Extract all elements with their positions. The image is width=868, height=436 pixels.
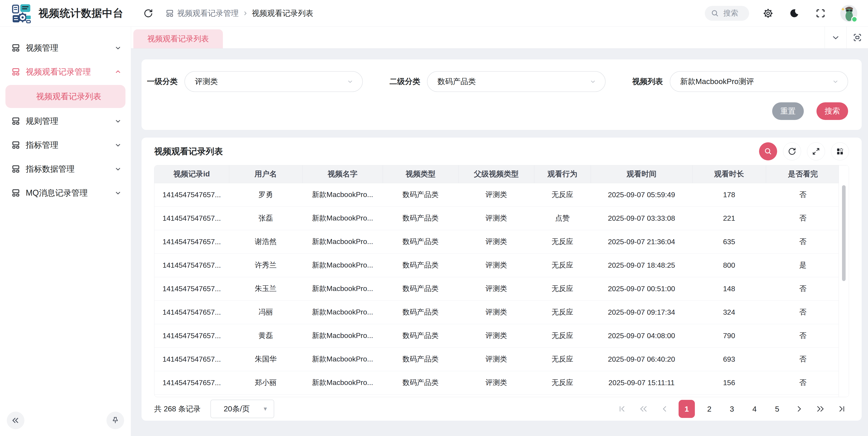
chevron-down-icon: [115, 118, 121, 125]
apps-icon: [11, 67, 20, 76]
table-title: 视频观看记录列表: [154, 146, 223, 157]
column-header-7: 观看时长: [692, 165, 766, 183]
next-page-button[interactable]: [792, 400, 807, 418]
apps-icon: [11, 189, 20, 197]
table-scrollbar-thumb[interactable]: [842, 185, 846, 281]
page-button-5[interactable]: 5: [769, 400, 785, 418]
breadcrumb-section[interactable]: 视频观看记录管理: [165, 8, 239, 19]
sidebar-item-4[interactable]: 指标数据管理: [4, 158, 127, 180]
cell-5-3: 数码产品类: [383, 300, 458, 324]
table-scrollbar-track: [839, 165, 849, 397]
table-header-row: 视频记录id用户名视频名字视频类型父级视频类型观看行为观看时间观看时长是否看完: [154, 165, 840, 183]
video-list-select[interactable]: 新款MacbookPro测评: [670, 71, 848, 92]
previous-page-button[interactable]: [657, 400, 672, 418]
sidebar-subitem-1-0[interactable]: 视频观看记录列表: [5, 85, 125, 108]
pagination: 12345: [615, 400, 849, 418]
sidebar-item-0[interactable]: 视频管理: [4, 37, 127, 59]
cell-3-1: 许秀兰: [229, 254, 303, 277]
table-search-toggle-button[interactable]: [759, 142, 777, 160]
chevron-bar-left-icon: [618, 405, 626, 413]
cell-5-8: 否: [766, 300, 840, 324]
refresh-page-button[interactable]: [141, 6, 156, 21]
cell-5-4: 评测类: [458, 300, 534, 324]
sidebar-item-2[interactable]: 规则管理: [4, 110, 127, 132]
moon-icon: [789, 8, 799, 18]
page-button-4[interactable]: 4: [746, 400, 763, 418]
cell-4-5: 无反应: [534, 277, 591, 300]
page-number-list: 12345: [679, 400, 785, 418]
user-avatar[interactable]: [839, 4, 858, 23]
sidebar: 视频管理视频观看记录管理视频观看记录列表规则管理指标管理指标数据管理MQ消息记录…: [0, 27, 131, 436]
search-placeholder: 搜索: [723, 8, 738, 18]
cell-6-0: 1414547547657...: [154, 324, 229, 347]
cell-1-6: 2025-09-07 03:33:08: [591, 206, 692, 230]
double-chevron-left-icon: [11, 416, 20, 425]
forward-ten-pages-button[interactable]: [813, 400, 828, 418]
cell-5-0: 1414547547657...: [154, 300, 229, 324]
cell-3-0: 1414547547657...: [154, 254, 229, 277]
apps-icon: [11, 164, 20, 173]
app-title: 视频统计数据中台: [38, 6, 123, 20]
back-ten-pages-button[interactable]: [636, 400, 651, 418]
table-body: 1414547547657...罗勇新款MacbookPro...数码产品类评测…: [154, 183, 840, 395]
page-size-select[interactable]: 20条/页 ▼: [211, 400, 274, 418]
chevron-down-icon: [831, 33, 840, 42]
cell-2-8: 否: [766, 230, 840, 254]
cell-0-3: 数码产品类: [383, 183, 458, 206]
sidebar-pin-button[interactable]: [106, 412, 124, 429]
cell-5-1: 冯丽: [229, 300, 303, 324]
cell-6-4: 评测类: [458, 324, 534, 347]
table-row: 1414547547657...黄磊新款MacbookPro...数码产品类评测…: [154, 324, 840, 347]
cell-0-2: 新款MacbookPro...: [303, 183, 383, 206]
table-toolbar: [759, 142, 849, 160]
sidebar-nav: 视频管理视频观看记录管理视频观看记录列表规则管理指标管理指标数据管理MQ消息记录…: [0, 37, 131, 204]
cell-6-2: 新款MacbookPro...: [303, 324, 383, 347]
cell-6-7: 790: [692, 324, 766, 347]
page-button-2[interactable]: 2: [701, 400, 717, 418]
page-button-1[interactable]: 1: [679, 400, 695, 418]
apps-icon: [11, 43, 20, 53]
first-page-button[interactable]: [615, 400, 630, 418]
fullscreen-button[interactable]: [813, 6, 828, 21]
reset-button[interactable]: 重置: [772, 102, 804, 120]
sidebar-collapse-button[interactable]: [7, 412, 24, 429]
cell-1-2: 新款MacbookPro...: [303, 206, 383, 230]
cell-0-8: 否: [766, 183, 840, 206]
content-fullscreen-button[interactable]: [846, 27, 868, 48]
breadcrumb: 视频观看记录管理 视频观看记录列表: [165, 8, 313, 19]
table-card: 视频观看记录列表: [142, 138, 862, 421]
sidebar-item-5[interactable]: MQ消息记录管理: [4, 182, 127, 204]
global-search-input[interactable]: 搜索: [705, 6, 749, 21]
cell-7-4: 评测类: [458, 347, 534, 371]
filter-field-level1: 一级分类 评测类: [144, 71, 363, 92]
tab-video-watch-record-list[interactable]: 视频观看记录列表: [133, 29, 223, 48]
last-page-button[interactable]: [834, 400, 849, 418]
tab-list-dropdown-button[interactable]: [825, 27, 846, 48]
page-button-3[interactable]: 3: [724, 400, 740, 418]
sidebar-item-1[interactable]: 视频观看记录管理: [4, 61, 127, 83]
cell-4-3: 数码产品类: [383, 277, 458, 300]
filter-field-video: 视频列表 新款MacbookPro测评: [629, 71, 848, 92]
tab-bar: 视频观看记录列表: [131, 27, 868, 48]
double-chevron-left-icon: [640, 405, 647, 413]
column-header-8: 是否看完: [766, 165, 840, 183]
table-row: 1414547547657...张磊新款MacbookPro...数码产品类评测…: [154, 206, 840, 230]
cell-7-2: 新款MacbookPro...: [303, 347, 383, 371]
refresh-icon: [788, 147, 796, 156]
top-bar: 视频统计数据中台 视频观看记录管理: [0, 0, 868, 27]
table-row: 1414547547657...谢浩然新款MacbookPro...数码产品类评…: [154, 230, 840, 254]
level2-category-select[interactable]: 数码产品类: [427, 71, 605, 92]
settings-button[interactable]: [761, 6, 775, 21]
table-columns-setting-button[interactable]: [831, 142, 849, 160]
top-right-actions: 搜索: [705, 4, 858, 23]
search-button[interactable]: 搜索: [816, 102, 848, 120]
dark-mode-toggle[interactable]: [787, 6, 802, 21]
table-row: 1414547547657...罗勇新款MacbookPro...数码产品类评测…: [154, 183, 840, 206]
cell-6-5: 无反应: [534, 324, 591, 347]
level1-category-select[interactable]: 评测类: [184, 71, 363, 92]
apps-icon: [165, 9, 174, 18]
table-expand-button[interactable]: [807, 142, 825, 160]
sidebar-item-3[interactable]: 指标管理: [4, 134, 127, 156]
column-header-6: 观看时间: [591, 165, 692, 183]
table-refresh-button[interactable]: [783, 142, 801, 160]
